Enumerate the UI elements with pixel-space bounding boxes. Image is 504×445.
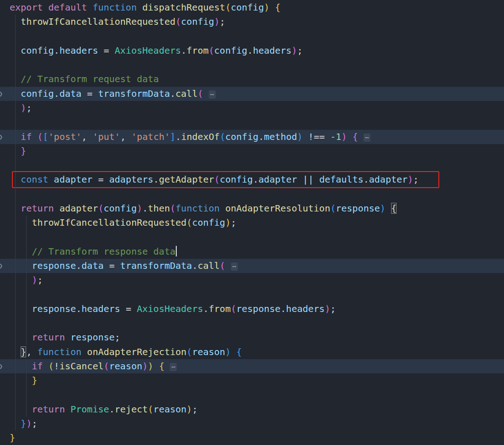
code-token (82, 346, 87, 357)
folded-code-ellipsis[interactable]: ⋯ (231, 262, 238, 271)
code-token (10, 73, 21, 84)
code-token: reason (192, 346, 225, 357)
code-token: = (104, 260, 120, 271)
code-token: ( (220, 131, 225, 142)
code-token: // Transform request data (21, 73, 159, 84)
code-line[interactable] (0, 187, 504, 201)
code-line[interactable] (0, 158, 504, 172)
code-token: call (197, 260, 219, 271)
code-token: ) (297, 131, 302, 142)
code-token: adapter (54, 174, 92, 185)
code-token: ( (197, 88, 203, 99)
code-token (10, 217, 32, 228)
code-line[interactable]: // Transform response data (0, 245, 504, 259)
code-token: headers (59, 45, 98, 56)
code-token: ) (342, 131, 347, 142)
code-line[interactable]: } (0, 144, 504, 158)
code-token: adapter (258, 174, 297, 185)
code-token: adapters (109, 174, 153, 185)
code-token: throwIfCancellationRequested (32, 217, 186, 228)
code-token: config (220, 174, 253, 185)
fold-chevron-icon[interactable]: ❯ (0, 130, 6, 144)
code-line[interactable]: ); (0, 273, 504, 287)
code-token (10, 375, 32, 386)
code-line[interactable]: return response; (0, 330, 504, 345)
code-token: ) (137, 203, 142, 214)
code-token: dispatchRequest (142, 2, 225, 13)
code-line[interactable] (0, 58, 504, 72)
code-token: Promise (70, 404, 109, 415)
code-line[interactable]: ❯ response.data = transformData.call( ⋯ (0, 259, 504, 273)
code-token (10, 88, 21, 99)
folded-code-ellipsis[interactable]: ⋯ (209, 90, 216, 99)
code-token: from (186, 45, 208, 56)
code-token (10, 246, 32, 257)
code-token: reject (115, 404, 148, 415)
code-line[interactable]: } (0, 373, 504, 388)
code-token (358, 131, 364, 142)
code-line[interactable]: throwIfCancellationRequested(config); (0, 15, 504, 29)
folded-code-ellipsis[interactable]: ⋯ (170, 363, 177, 371)
code-token: from (209, 303, 231, 314)
code-token: getAdapter (159, 174, 214, 185)
code-token: . (181, 45, 186, 56)
code-line[interactable]: return Promise.reject(reason); (0, 402, 504, 417)
code-line[interactable]: return adapter(config).then(function onA… (0, 201, 504, 216)
code-line[interactable]: response.headers = AxiosHeaders.from(res… (0, 302, 504, 316)
code-token (10, 45, 21, 56)
code-line[interactable]: export default function dispatchRequest(… (0, 0, 504, 15)
code-token (203, 88, 209, 99)
fold-chevron-icon[interactable]: ❯ (0, 259, 6, 273)
code-token: || (297, 174, 319, 185)
code-token: if (21, 131, 32, 142)
code-line[interactable]: ❯ if (!isCancel(reason)) { ⋯ (0, 359, 504, 373)
code-token: function (37, 346, 81, 357)
fold-chevron-icon[interactable]: ❯ (0, 87, 6, 101)
code-token: ( (104, 361, 109, 372)
code-token (10, 145, 21, 156)
code-token (48, 174, 54, 185)
code-line[interactable] (0, 230, 504, 245)
code-line[interactable]: // Transform request data (0, 72, 504, 86)
code-token: AxiosHeaders (115, 45, 181, 56)
code-token (10, 361, 32, 372)
code-token: throwIfCancellationRequested (21, 16, 175, 27)
code-line[interactable]: ❯ config.data = transformData.call( ⋯ (0, 87, 504, 101)
code-line[interactable] (0, 316, 504, 330)
code-token: config (225, 131, 258, 142)
code-line[interactable] (0, 388, 504, 402)
code-line[interactable]: }); (0, 417, 504, 431)
code-line[interactable]: }, function onAdapterRejection(reason) { (0, 345, 504, 359)
code-token: } (32, 375, 37, 386)
code-line[interactable]: } (0, 431, 504, 445)
code-line[interactable]: throwIfCancellationRequested(config); (0, 216, 504, 230)
code-token: ( (37, 131, 43, 142)
code-token: return (21, 203, 54, 214)
code-token: if (32, 361, 43, 372)
fold-chevron-icon[interactable]: ❯ (0, 359, 6, 373)
text-cursor (176, 246, 177, 256)
code-token: . (109, 404, 115, 415)
code-line[interactable] (0, 29, 504, 44)
code-token: ( (148, 404, 153, 415)
code-token: config (21, 88, 54, 99)
code-token (87, 2, 93, 13)
code-token: function (93, 2, 137, 13)
code-line[interactable]: ❯ if (['post', 'put', 'patch'].indexOf(c… (0, 130, 504, 144)
code-token: response (236, 303, 280, 314)
code-token: ( (220, 260, 225, 271)
code-line[interactable] (0, 288, 504, 302)
code-token: = (120, 303, 137, 314)
code-token: config (214, 45, 247, 56)
code-token (10, 274, 32, 285)
code-token: { (275, 2, 280, 13)
code-token: ; (32, 418, 37, 429)
code-line[interactable]: const adapter = adapters.getAdapter(conf… (0, 172, 504, 187)
code-token: data (82, 260, 104, 271)
code-token (153, 361, 159, 372)
code-token (65, 332, 70, 343)
code-line[interactable] (0, 115, 504, 129)
folded-code-ellipsis[interactable]: ⋯ (364, 134, 370, 142)
code-line[interactable]: config.headers = AxiosHeaders.from(confi… (0, 44, 504, 58)
code-line[interactable]: ); (0, 101, 504, 115)
